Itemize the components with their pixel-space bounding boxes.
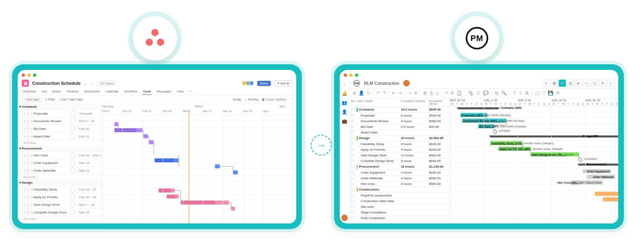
tab-timeline[interactable]: Timeline <box>66 88 79 95</box>
task-row[interactable]: Add task… <box>18 140 102 146</box>
tb-user[interactable]: 👤 <box>359 90 364 96</box>
tab-workflow[interactable]: Workflow <box>124 88 138 95</box>
filter-button[interactable]: �⃓ Filter <box>45 98 56 101</box>
rail-users[interactable]: 👥 <box>342 100 347 105</box>
tb-add[interactable]: ⊕ <box>353 90 356 96</box>
tb-info[interactable]: ⓘ <box>535 90 540 96</box>
tb-redo[interactable]: ↷ <box>382 90 386 96</box>
tab-list[interactable]: List <box>41 88 47 95</box>
grid-row[interactable]: 3Documents Review4 hours$360.00 <box>349 119 450 124</box>
task-row[interactable]: Add task… <box>18 174 102 180</box>
gantt-chart[interactable]: FebruaryMarchAprilFeb 5Feb 12Feb 19Feb 2… <box>102 104 296 223</box>
tb-milestone[interactable]: ◇ <box>436 90 439 96</box>
gantt-chart[interactable]: MAY, 26 '24MTWTFSSJUN, 2 '24MTWTFSSJUN, … <box>450 98 618 223</box>
grid-row[interactable]: 8Apply for Permits4 hours$320.00 <box>349 147 450 153</box>
col-cost[interactable]: PLANNED RESO <box>427 98 450 107</box>
grid-row[interactable]: 1Contracts10.5 hours$945.00 <box>349 107 450 113</box>
view-files[interactable]: ⧉ <box>599 80 606 87</box>
tb-save[interactable]: 💾 <box>548 90 553 96</box>
user-avatar-bottom[interactable] <box>341 215 348 221</box>
view-add[interactable]: ＋ <box>607 80 614 87</box>
grid-row[interactable]: 5Award Date <box>349 130 450 135</box>
set-status-button[interactable]: Set status <box>97 81 117 86</box>
star-icon[interactable]: ☆ <box>90 81 94 86</box>
rail-briefcase[interactable]: 💼 <box>342 119 347 124</box>
tb-import[interactable]: ⇩ <box>519 90 522 96</box>
task-row[interactable]: ⋮⋮ ○ Start Design WorkMar 1 – 1813 days <box>18 201 102 209</box>
task-row[interactable]: ▾ Construction <box>18 222 102 224</box>
tb-delete[interactable]: 🗑 <box>423 90 427 96</box>
rail-home[interactable]: ⌂ <box>343 82 346 87</box>
rail-bell[interactable]: 🔔 <box>342 91 347 96</box>
chevron-down-icon[interactable]: ⌄ <box>84 81 87 85</box>
tab-board[interactable]: Board <box>52 88 62 95</box>
grid-row[interactable]: 4Bid Date0.5 hours$45.00 <box>349 124 450 130</box>
view-board[interactable]: ▦ <box>551 80 558 87</box>
tb-filter[interactable]: ▽ <box>542 90 545 96</box>
grid-row[interactable]: 6Design32 hours$2,560.00 <box>349 135 450 141</box>
view-sheet[interactable]: ▤ <box>567 80 574 87</box>
view-calendar[interactable]: ▭ <box>583 80 590 87</box>
tb-note[interactable]: 🗒 <box>476 90 481 96</box>
grid-row[interactable]: 7Feasibility Study8 hours$640.00 <box>349 141 450 147</box>
rail-user[interactable]: 👤 <box>342 109 347 115</box>
member-avatars[interactable] <box>243 81 254 86</box>
tb-attach[interactable]: 📎 <box>468 90 474 96</box>
grid-row[interactable]: 12Order Equipment4 hours$280.00 <box>349 170 450 176</box>
task-row[interactable]: ⋮⋮ ○ Feasibility StudyFeb 23 – 274 days <box>18 186 102 193</box>
owner-avatar[interactable] <box>403 80 410 86</box>
task-row[interactable]: ⋮⋮ ○ Hire CrewFeb 22 – Mar 17 days <box>18 152 102 159</box>
tb-columns[interactable]: ▥ <box>495 90 499 96</box>
share-button[interactable]: Share <box>257 81 270 86</box>
view-gantt[interactable]: ⬳ <box>559 80 566 87</box>
grid-row[interactable]: 13Order Materials4 hours$280.00 <box>349 176 450 181</box>
tb-unlink[interactable]: ⊘ <box>414 90 417 96</box>
range-button[interactable]: ⌄ Months <box>244 98 258 101</box>
tb-comment[interactable]: 💬 <box>483 90 489 96</box>
grid-row[interactable]: 17Construction Start Date <box>349 199 450 204</box>
ask-ai-button[interactable]: ✦ Ask AI <box>274 80 292 86</box>
tb-export[interactable]: ⇪ <box>513 90 516 96</box>
tab-dashboard[interactable]: Dashboard <box>83 88 101 95</box>
col-task[interactable]: TASK NAME <box>355 98 399 107</box>
tb-copy[interactable]: ⧉ <box>451 90 454 96</box>
more-button[interactable]: ··· <box>289 98 292 101</box>
tb-print[interactable]: 🖶 <box>525 90 529 96</box>
color-button[interactable]: ◧ Color: Section <box>262 98 286 101</box>
view-list[interactable]: ≡ <box>543 80 550 87</box>
grid-row[interactable]: 2Proposals6 hours$540.00 <box>349 113 450 119</box>
tb-highlight[interactable]: A̲ <box>430 90 433 96</box>
task-row[interactable]: ⋮⋮ ○ Complete Design WorkMar 191 day <box>18 209 102 216</box>
tb-refresh[interactable]: ↻ <box>367 90 370 96</box>
add-task-button[interactable]: + Add task <box>22 97 42 102</box>
tb-link[interactable]: ⇢ <box>408 90 411 96</box>
task-row[interactable]: ⋮⋮ ○ Bid DateFeb 201 day <box>18 125 102 133</box>
view-workload[interactable]: ⇄ <box>575 80 582 87</box>
grid-row[interactable]: 18Site work <box>349 204 450 210</box>
today-button[interactable]: Today <box>233 98 241 101</box>
task-row[interactable]: ⋮⋮ ○ ProposalsThursday1 day <box>18 110 102 117</box>
task-row[interactable]: Add task… <box>18 216 102 222</box>
tab-overview[interactable]: Overview <box>22 88 37 95</box>
col-hours[interactable]: PLANNED HOURS <box>399 98 427 107</box>
tab-messages[interactable]: Messages <box>156 88 172 95</box>
tb-paste[interactable]: 📋 <box>456 90 462 96</box>
tb-indent[interactable]: ⇤ <box>392 90 396 96</box>
tb-cut[interactable]: ✂ <box>445 90 448 96</box>
grid-row[interactable]: 10Complete Design Work8 hours$640.00 <box>349 158 450 164</box>
tab-+[interactable]: + <box>188 88 192 95</box>
grid-row[interactable]: 15Construction <box>349 187 450 193</box>
tb-settings[interactable]: ⚙ <box>556 90 560 96</box>
grid-row[interactable]: 9Start Design Work12 hours$960.00 <box>349 153 450 158</box>
grid-row[interactable]: 19Stage Completion <box>349 210 450 215</box>
task-row[interactable]: ⋮⋮ ○ Apply for PermitsFeb 26 – 282 days <box>18 193 102 201</box>
task-row[interactable]: ⋮⋮ ○ Order MaterialsMar 211 day <box>18 167 102 174</box>
tb-outdent[interactable]: ⇥ <box>398 90 402 96</box>
grid-row[interactable]: 20Final Completion <box>349 215 450 221</box>
col-all[interactable]: ALL <box>349 98 355 107</box>
tab-files[interactable]: Files <box>176 88 185 95</box>
grid-row[interactable]: 14Hire Crew8 hours$560.00 <box>349 181 450 187</box>
task-row[interactable]: ▾ Procurement <box>18 146 102 152</box>
tb-zoom[interactable]: 🔍 <box>501 90 507 96</box>
task-row[interactable]: ⋮⋮ ○ Award DateFeb 211 day <box>18 133 102 140</box>
